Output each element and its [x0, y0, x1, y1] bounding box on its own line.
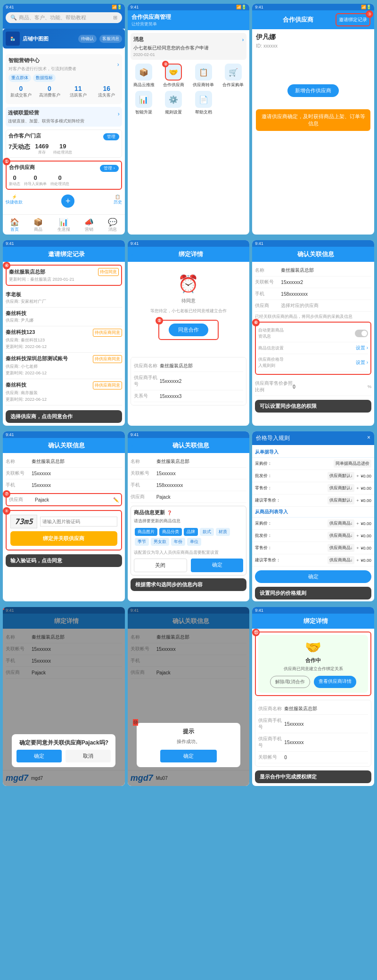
- invite-first-item[interactable]: ④ 秦丝服装店总部 待信同意 更新时间：秦丝服装店 2020-01-21: [6, 265, 122, 286]
- fab-add-button[interactable]: +: [61, 194, 74, 208]
- stat-inventory-label: 库存: [35, 150, 49, 155]
- stat-days7: 7天动态: [8, 143, 30, 155]
- sync-chips-group: 商品图片 商品分类 品牌 款式 材质 季节 男女款 年份 单位: [134, 527, 244, 547]
- price-rule-row[interactable]: 供应商价格导入规则则 设置 ›: [258, 354, 368, 372]
- metric-new: 0 新成交客户: [8, 85, 33, 98]
- confirm-price-button[interactable]: 确定: [255, 570, 371, 583]
- nav-marketing[interactable]: 📣 营销: [84, 218, 94, 233]
- purchase-order-icon: 🛒: [225, 64, 242, 81]
- tooltip-select-supplier: 选择供应商，点击同意合作: [6, 410, 122, 423]
- nav-products[interactable]: 📦 商品: [33, 218, 43, 233]
- quick-access[interactable]: ⚡快捷收款: [6, 194, 23, 208]
- confirm-dialog: ⑨ 确定要同意并关联供应商Pajack吗? 确定 取消: [12, 734, 115, 767]
- sync-toggle[interactable]: [355, 330, 368, 337]
- message-more-icon[interactable]: ›: [242, 37, 244, 42]
- feature-rules[interactable]: ⚙️ 规则设置: [160, 91, 187, 115]
- chip-style[interactable]: 款式: [200, 528, 214, 536]
- detail-supplier-phone: 供应商手机号 15xxxxxx2: [134, 372, 244, 390]
- chip-product-category[interactable]: 商品分类: [159, 528, 182, 536]
- close-price-rules-icon[interactable]: ×: [367, 434, 370, 442]
- chip-brand[interactable]: 品牌: [184, 528, 198, 536]
- feature-transfer-order[interactable]: 📋 供应商转单: [190, 64, 217, 88]
- feature-purchase-order[interactable]: 🛒 合作采购单: [220, 64, 246, 88]
- tooltip-sync-permission: 可以设置同步信息的权限: [255, 400, 371, 413]
- search-bar[interactable]: 🔍 商品、客户、功能、帮助教程 ⊞: [6, 12, 122, 23]
- supplier-purchase-num: 0: [24, 174, 47, 181]
- chip-gender[interactable]: 男女款: [151, 538, 169, 546]
- status-bar-time8: 9:41: [131, 432, 139, 437]
- supplier-manage-btn[interactable]: 管理 ›: [100, 165, 119, 172]
- add-supplier-button[interactable]: 新增合作供应商: [287, 84, 339, 97]
- success-confirm-button[interactable]: 确定: [160, 750, 217, 762]
- invite-item-2[interactable]: 李老板 供应商: 安家相对广厂: [6, 289, 122, 308]
- status-bar-time7: 9:41: [6, 432, 14, 437]
- card4-back-icon[interactable]: ‹: [7, 251, 9, 258]
- form-supplier: 供应商 选择对应的供应商: [255, 300, 371, 312]
- data-metrics-tag[interactable]: 数据指标: [33, 74, 56, 82]
- view-details-button[interactable]: 查看供应商详情: [314, 676, 356, 688]
- invite-item-5[interactable]: 秦丝科技深圳总部测试账号 待供应商同意 供应商: 小七老师 更新时间: 2022…: [6, 353, 122, 379]
- status-bar-time5: 9:41: [131, 241, 139, 246]
- partner-manage-btn[interactable]: 管理: [103, 133, 119, 140]
- product-info-row[interactable]: 商品信息设置 设置 ›: [258, 342, 368, 354]
- tag-pending[interactable]: 待确认: [78, 35, 97, 43]
- invite-item-6[interactable]: 秦丝科技 待供应商同意 供应商: 南亦服装 更新时间: 2022-06-12: [6, 379, 122, 405]
- clock-icon: ⏰: [135, 274, 242, 294]
- detail-relation-num: 关系号 15xxxxxx3: [134, 390, 244, 402]
- chip-season[interactable]: 季节: [135, 538, 149, 546]
- history-access[interactable]: 📋历史: [114, 194, 122, 208]
- price-rule-link[interactable]: 设置 ›: [356, 359, 368, 366]
- nav-report[interactable]: 📊 生意报: [57, 218, 70, 233]
- invite-item-4[interactable]: 秦丝科技123 待供应商同意 供应商: 秦丝科技123 更新时间: 2022-0…: [6, 326, 122, 353]
- chip-product-image[interactable]: 商品图片: [135, 528, 157, 536]
- captcha-input[interactable]: [40, 517, 117, 526]
- sync-help-icon[interactable]: ❓: [167, 510, 172, 515]
- feature-cloud-product[interactable]: 📦 商品云推推: [131, 64, 157, 88]
- bind-supplier-button[interactable]: 绑定并关联供应商: [10, 531, 117, 546]
- card5-back-icon[interactable]: ‹: [131, 251, 134, 258]
- dialog-confirm-button[interactable]: 确定: [16, 750, 62, 762]
- price-row-wholesale-1: 批发价： 供应商默认↓ + ¥0.00: [252, 470, 374, 482]
- dialog-cancel-button[interactable]: 取消: [66, 750, 111, 762]
- invite-record-btn[interactable]: 邀请绑定记录: [339, 17, 367, 22]
- chip-year[interactable]: 年份: [171, 538, 185, 546]
- coop-supplier-name: 供应商名称 秦丝服装店总部: [258, 703, 368, 715]
- feature-help-docs[interactable]: 📄 帮助文档: [190, 91, 217, 115]
- retail-ratio-row: 供应商零售价参照比例 0 %: [255, 378, 371, 396]
- chip-material[interactable]: 材质: [216, 528, 230, 536]
- card6-back-icon[interactable]: ‹: [256, 251, 258, 258]
- confirm-sync-button[interactable]: 确定: [191, 559, 243, 572]
- card7-back-icon[interactable]: ‹: [7, 442, 9, 449]
- card12-back-icon[interactable]: ‹: [256, 617, 258, 625]
- product-settings-link[interactable]: 设置 ›: [356, 345, 368, 351]
- metric-high-label: 高消费客户: [37, 92, 62, 98]
- card3-title: 合作供应商: [261, 16, 336, 24]
- back-arrow-icon[interactable]: ‹: [256, 16, 258, 24]
- feature-partner-supplier[interactable]: 🤝 ② 合作供应商: [160, 64, 187, 88]
- card8-header: ‹ 确认关联信息: [128, 438, 250, 453]
- feature-smart-channel[interactable]: 📊 智能升渠: [131, 91, 157, 115]
- nav-messages[interactable]: 💬 消息: [108, 218, 117, 233]
- agree-cooperation-button[interactable]: 同意合作: [169, 324, 208, 336]
- cooperation-banner-box: ⑪ 🤝 合作中 供应商已同意建立合作绑定关系 解除/取消合作 查看供应商详情: [255, 632, 371, 696]
- alliance-section: 连锁联盟经营 › 连锁直接、加盟、联营等多模式矩阵经营: [6, 107, 122, 127]
- close-button[interactable]: 关闭: [134, 559, 187, 572]
- card-price-rules: 价格导入规则 × 从单据导入 采购价： 同单据商品总进价 批发价： 供应商默认↓…: [252, 431, 374, 601]
- qr-icon[interactable]: ⊞: [113, 15, 117, 21]
- dissolve-button[interactable]: 解除/取消合作: [270, 676, 310, 688]
- price-row-wholesale-2: 批发价： 供应商商品↓ + ¥0.00: [252, 530, 374, 542]
- metric-new-label: 新成交客户: [8, 92, 33, 98]
- chip-unit[interactable]: 单位: [187, 538, 201, 546]
- nav-home[interactable]: 🏠 首页: [10, 218, 19, 233]
- card-captcha: 9:41 ‹ 确认关联信息 名称 秦丝服装店总部 关联帐号 15xxxxxx 手…: [3, 431, 125, 601]
- tag-service[interactable]: 客服消息: [99, 35, 122, 43]
- store-banner: 🏪 店铺中图图 待确认 客服消息: [3, 29, 125, 49]
- invite-item-3[interactable]: 秦丝科技 供应商: 尹凡娜: [6, 308, 122, 326]
- sync-toggle-row: 自动更新商品资讯息: [258, 325, 368, 342]
- focus-group-tag[interactable]: 重点群体: [8, 74, 31, 82]
- edit-supplier-icon[interactable]: ✏️: [113, 497, 119, 502]
- stat-orders-num: 19: [53, 143, 72, 150]
- card-confirm-relation: 9:41 ‹ 确认关联信息 名称 秦丝服装店总部 关联帐号 15xxxxxx2 …: [252, 240, 374, 426]
- card8-back-icon[interactable]: ‹: [131, 442, 134, 449]
- store-icon: 🏪: [6, 32, 20, 46]
